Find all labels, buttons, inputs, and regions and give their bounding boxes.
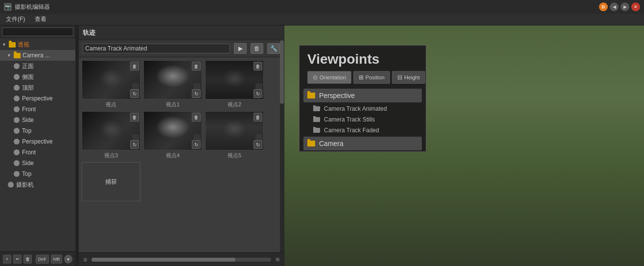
tree-item-perspective2[interactable]: Perspective — [0, 136, 75, 147]
menu-view[interactable]: 查看 — [33, 14, 48, 24]
window-btn-prev[interactable]: ◀ — [610, 2, 619, 11]
horizontal-scrollbar[interactable] — [92, 258, 271, 262]
person-icon — [13, 95, 21, 102]
tree-item-side3[interactable]: Side — [0, 158, 75, 169]
viewport-bg: Viewpoints ⊙ Orientation ⊞ Position ⊟ He… — [284, 25, 644, 266]
dots-menu-btn[interactable]: ≡ — [81, 255, 90, 264]
vp-folder-perspective[interactable]: Perspective — [303, 89, 422, 102]
thumb-refresh-4[interactable]: ↻ — [192, 140, 201, 149]
thumb-del-1[interactable]: 🗑 — [192, 62, 201, 71]
tree-item-perspective1[interactable]: Perspective — [0, 93, 75, 104]
vp-subfolder-icon-faded — [313, 128, 320, 133]
thumb-del-3[interactable]: 🗑 — [130, 113, 139, 121]
track-play-btn[interactable]: ▶ — [234, 43, 247, 54]
tree-item-perspective-root[interactable]: ▼ 透视 — [0, 39, 75, 50]
thumb-del-2[interactable]: 🗑 — [253, 62, 262, 71]
middle-panel: 轨迹 ▶ 🗑 🔧 🗑 ↻ 视点 — [79, 25, 284, 266]
thumb-row-1: 🗑 ↻ 视点 🗑 ↻ 视点1 — [82, 60, 281, 108]
tree-item-top2[interactable]: Top — [0, 125, 75, 136]
thumb-item-4: 🗑 ↻ 视点4 — [143, 111, 202, 159]
add-btn[interactable]: + — [3, 255, 11, 264]
thumb-wrapper-5[interactable]: 🗑 ↻ — [205, 111, 264, 150]
middle-bottom-bar: ≡ ⊞ — [79, 252, 284, 266]
folder-icon — [8, 41, 16, 48]
thumb-item-5: 🗑 ↻ 视点5 — [205, 111, 264, 159]
thumb-label-5: 视点5 — [228, 152, 241, 159]
thumb-label-2: 视点2 — [228, 101, 241, 108]
title-bar: 📷 摄影机编辑器 D ◀ ▶ ✕ — [0, 0, 644, 14]
thumb-item-0: 🗑 ↻ 视点 — [82, 60, 140, 108]
tree-arrow: ▼ — [2, 42, 7, 47]
thumb-refresh-5[interactable]: ↻ — [253, 140, 262, 149]
tab-position[interactable]: ⊞ Position — [353, 71, 390, 84]
delete-btn[interactable]: 🗑 — [23, 255, 32, 264]
search-input[interactable] — [2, 27, 73, 36]
grid-view-btn[interactable]: ⊞ — [273, 255, 282, 264]
thumb-wrapper-0[interactable]: 🗑 ↻ — [82, 60, 140, 99]
tree-label-side: 侧面 — [22, 73, 73, 81]
capture-btn[interactable]: 捕获 — [82, 162, 140, 201]
scroll-thumb — [92, 258, 235, 262]
track-settings-btn[interactable]: 🔧 — [267, 43, 280, 54]
tree-item-front[interactable]: 正面 — [0, 61, 75, 72]
thumb-row-2: 🗑 ↻ 视点3 🗑 ↻ 视点4 — [82, 111, 281, 159]
vp-subfolder-label-animated: Camera Track Animated — [324, 105, 387, 112]
viewpoints-tabs: ⊙ Orientation ⊞ Position ⊟ Height — [299, 71, 426, 88]
mb-btn[interactable]: MB — [51, 255, 63, 264]
tree-item-top[interactable]: 顶部 — [0, 82, 75, 93]
vp-subfolder-icon-animated — [313, 106, 320, 111]
thumb-del-5[interactable]: 🗑 — [253, 113, 262, 121]
middle-scroll-v[interactable] — [280, 40, 284, 252]
person-icon — [7, 181, 15, 189]
window-close-btn[interactable]: ✕ — [631, 2, 640, 11]
tab-orientation[interactable]: ⊙ Orientation — [307, 71, 351, 84]
thumb-refresh-1[interactable]: ↻ — [192, 89, 201, 98]
person-icon — [13, 148, 21, 156]
tree-item-camera2[interactable]: 摄影机 — [0, 179, 75, 190]
tree-label-top: 顶部 — [22, 84, 73, 92]
vp-folder-camera[interactable]: Camera — [303, 137, 422, 150]
tab-height[interactable]: ⊟ Height — [392, 71, 425, 84]
thumb-del-4[interactable]: 🗑 — [192, 113, 201, 121]
tree-item-front2[interactable]: Front — [0, 104, 75, 115]
window-icon: 📷 — [4, 3, 12, 11]
menu-file[interactable]: 文件(F) — [4, 14, 27, 24]
tree-label-camera2: 摄影机 — [16, 181, 73, 189]
thumb-wrapper-2[interactable]: 🗑 ↻ — [205, 60, 264, 99]
menu-bar: 文件(F) 查看 — [0, 14, 644, 25]
toggle-btn[interactable]: ● — [64, 255, 72, 264]
dof-btn[interactable]: DoF — [36, 255, 49, 264]
vp-subfolder-animated[interactable]: Camera Track Animated — [299, 103, 426, 114]
person-icon — [13, 84, 21, 92]
track-header: 轨迹 — [79, 25, 284, 40]
thumb-wrapper-3[interactable]: 🗑 ↻ — [82, 111, 140, 150]
tree-item-camera[interactable]: ▼ Camera ... — [0, 50, 75, 61]
tree-item-side2[interactable]: Side — [0, 115, 75, 125]
thumb-wrapper-4[interactable]: 🗑 ↻ — [143, 111, 202, 150]
tree-label-front: 正面 — [22, 62, 73, 71]
viewpoints-title: Viewpoints — [299, 46, 426, 71]
person-icon — [13, 116, 21, 124]
tree-item-front3[interactable]: Front — [0, 147, 75, 158]
dots-btn[interactable]: •• — [13, 255, 22, 264]
tree-item-top3[interactable]: Top — [0, 169, 75, 179]
thumb-refresh-0[interactable]: ↻ — [130, 89, 139, 98]
thumb-del-0[interactable]: 🗑 — [130, 62, 139, 71]
vp-subfolder-faded[interactable]: Camera Track Faded — [299, 125, 426, 136]
window-title: 摄影机编辑器 — [15, 3, 596, 11]
vp-subfolder-stills[interactable]: Camera Track Stills — [299, 114, 426, 125]
height-icon: ⊟ — [397, 74, 402, 81]
thumb-row-capture: 捕获 — [82, 162, 281, 201]
track-name-row: ▶ 🗑 🔧 — [79, 40, 284, 57]
window-btn-d[interactable]: D — [599, 2, 608, 11]
track-name-input[interactable] — [83, 44, 230, 53]
track-delete-btn[interactable]: 🗑 — [251, 43, 263, 54]
tree-arrow: ▼ — [7, 53, 12, 58]
middle-scroll-v-thumb — [280, 40, 284, 104]
window-btn-next[interactable]: ▶ — [621, 2, 629, 11]
person-icon — [13, 73, 21, 81]
thumb-refresh-2[interactable]: ↻ — [253, 89, 262, 98]
tree-item-side[interactable]: 侧面 — [0, 72, 75, 82]
thumb-wrapper-1[interactable]: 🗑 ↻ — [143, 60, 202, 99]
thumb-refresh-3[interactable]: ↻ — [130, 140, 139, 149]
